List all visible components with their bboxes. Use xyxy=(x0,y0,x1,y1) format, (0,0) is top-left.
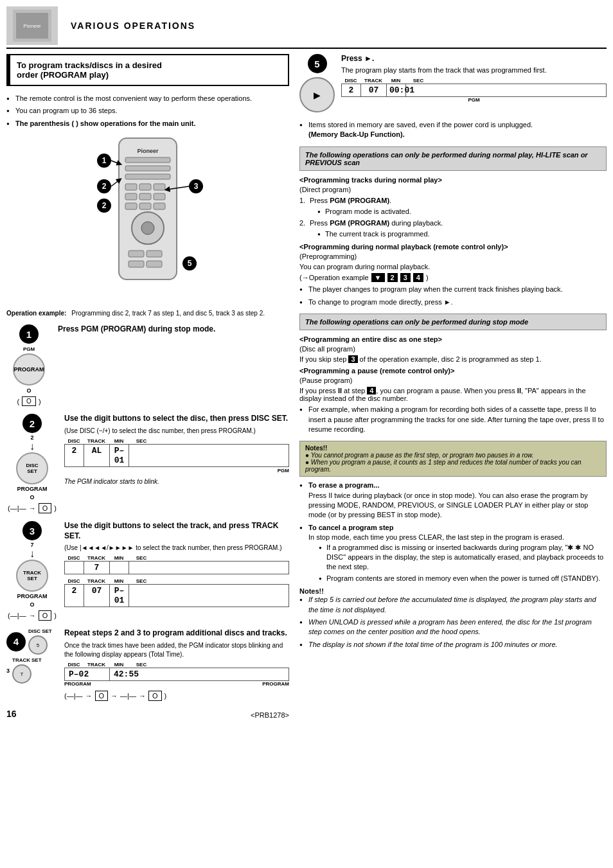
step-4-heading: Repeat steps 2 and 3 to program addition… xyxy=(64,628,289,639)
memory-function: (Memory Back-Up Function). xyxy=(308,130,405,138)
operation-example-label: Operation example: xyxy=(6,310,66,317)
step-2-heading: Use the digit buttons to select the disc… xyxy=(64,414,289,424)
page: Pioneer VARIOUS OPERATIONS To program tr… xyxy=(0,0,613,868)
step-4-number: 4 xyxy=(6,632,26,651)
notes-item-1: ● You cannot program a pause as the firs… xyxy=(305,452,601,459)
pause-program-heading: <Programming a pause (remote control onl… xyxy=(299,367,607,375)
step-4-top-row: 4 DISC SET 5 xyxy=(6,628,52,655)
notes-title-1: Notes!! xyxy=(305,445,601,452)
step-4-bottom-row: 3 TRACK SET T xyxy=(6,657,42,684)
svg-rect-8 xyxy=(125,184,137,190)
step-4-disc-btn[interactable]: 5 xyxy=(28,635,48,655)
step-5-heading: Press ►. xyxy=(341,54,607,63)
right-column: 5 ▶ Press ►. The program play starts fro… xyxy=(299,54,607,862)
step-4-content: Repeat steps 2 and 3 to program addition… xyxy=(64,628,289,701)
step-1-button[interactable]: PROGRAM xyxy=(13,353,45,385)
preprogramming-intro: You can program during normal playback. xyxy=(299,263,607,270)
preprogramming-bullet-2: To change to program mode directly, pres… xyxy=(299,297,607,307)
disc-all-subheading: (Disc all program) xyxy=(299,345,607,353)
notes-footer-item-2: When UNLOAD is pressed while a program h… xyxy=(299,617,607,637)
svg-rect-22 xyxy=(147,261,162,267)
step-4-pgm-labels: PROGRAMPROGRAM xyxy=(64,681,289,687)
pause-program-bullet-1: For example, when making a program for r… xyxy=(299,405,607,434)
svg-text:2: 2 xyxy=(102,201,107,210)
step-2-block: 2 2 ↓ DISCSET PROGRAM O (—|—→O) Use the … xyxy=(6,414,289,513)
step-1-pgm-label: PGM xyxy=(23,346,35,352)
step-2-content: Use the digit buttons to select the disc… xyxy=(64,414,289,489)
memory-note: Items stored in memory are saved, even i… xyxy=(299,120,607,140)
step-3-arrow: ↓ xyxy=(30,548,35,560)
svg-rect-13 xyxy=(154,193,165,200)
svg-rect-6 xyxy=(125,166,170,171)
direct-program-steps: 1.Press PGM (PROGRAM). Program mode is a… xyxy=(299,196,607,240)
preprogramming-subheading: (Preprogramming) xyxy=(299,252,607,260)
step-2-paren: (—|—→O) xyxy=(8,503,57,513)
step-4-detail: Once the track times have been added, th… xyxy=(64,641,289,659)
step-4-track-btn[interactable]: T xyxy=(12,664,31,684)
step-1-paren-btn: O xyxy=(22,396,36,406)
cancel-bullet-1: If a programmed disc is missing or inser… xyxy=(308,543,607,572)
svg-rect-5 xyxy=(125,157,170,163)
pause-program-bullets: For example, when making a program for r… xyxy=(299,405,607,434)
step-3-track-set-btn[interactable]: TRACKSET xyxy=(16,560,48,592)
step-5-content: Press ►. The program play starts from th… xyxy=(341,54,607,107)
preprogramming-section: <Programming during normal playback (rem… xyxy=(299,243,607,307)
svg-rect-20 xyxy=(147,251,162,257)
svg-text:3: 3 xyxy=(194,182,199,191)
step-2-pgm: PGM xyxy=(64,468,289,474)
svg-rect-19 xyxy=(129,251,144,257)
badge-v: ▼ xyxy=(371,273,385,282)
intro-bullets: The remote control is the most convenien… xyxy=(6,94,289,128)
svg-rect-14 xyxy=(125,203,137,209)
step-5-area: 5 ▶ Press ►. The program play starts fro… xyxy=(299,54,607,112)
header-title: VARIOUS OPERATIONS xyxy=(71,21,195,31)
step-1-block: 1 PGM PROGRAM O ( O ) Press PGM (PRO xyxy=(6,324,289,406)
disc-all-section: <Programming an entire disc as one step>… xyxy=(299,335,607,363)
notes-footer-list: If step 5 is carried out before the accu… xyxy=(299,595,607,650)
step-2-blink-note: The PGM indicator starts to blink. xyxy=(64,477,289,486)
step-3-heading: Use the digit buttons to select the trac… xyxy=(64,521,289,541)
operation-example-text: Programming disc 2, track 7 as step 1, a… xyxy=(71,310,265,317)
direct-program-heading: <Programming tracks during normal play> xyxy=(299,176,607,184)
step-3-paren: (—|—→O) xyxy=(8,610,57,621)
step-5-play-btn[interactable]: ▶ xyxy=(299,77,335,112)
cancel-bullet-2: Program contents are stored in memory ev… xyxy=(308,574,607,583)
operation-example: Operation example: Programming disc 2, t… xyxy=(6,310,289,317)
step-3-display2: DISCTRACKMINSEC 207P–01 xyxy=(64,578,289,607)
step-4-disc-label: DISC xyxy=(28,628,40,634)
step-3-sub-icon: O xyxy=(30,601,34,608)
product-code: <PRB1278> xyxy=(251,711,289,719)
step-5-number: 5 xyxy=(308,54,327,73)
step-2-down-arrow: ↓ xyxy=(30,441,35,452)
main-content: To program tracks/discs in a desired ord… xyxy=(6,54,607,862)
step-1-number: 1 xyxy=(19,324,39,344)
step-2-detail: (Use DISC (−/+) to select the disc numbe… xyxy=(64,427,289,436)
step-2-display: DISCTRACKMINSEC 2ALP–01 PGM xyxy=(64,438,289,474)
bullet-2: You can program up to 36 steps. xyxy=(6,106,289,116)
step-2-display-cols: DISCTRACKMINSEC xyxy=(64,438,289,444)
step-5-pgm: PGM xyxy=(341,97,607,103)
direct-step-1: 1.Press PGM (PROGRAM). xyxy=(299,196,607,206)
step-5-description: The program play starts from the track t… xyxy=(341,66,607,75)
svg-rect-7 xyxy=(125,174,170,179)
cancel-step-item: To cancel a program step In stop mode, e… xyxy=(299,523,607,583)
step-4-track-label: TRACK xyxy=(12,657,30,663)
bullet-1: The remote control is the most convenien… xyxy=(6,94,289,103)
highlight-box-2: The following operations can only be per… xyxy=(299,314,607,330)
bullet-3: The parenthesis ( ) show operations for … xyxy=(6,119,289,128)
direct-program-subheading: (Direct program) xyxy=(299,186,607,193)
step-2-program-label: PROGRAM xyxy=(17,486,48,492)
step-2-disc-set-btn[interactable]: DISCSET xyxy=(16,452,48,484)
disc-all-text: If you skip step 3 of the operation exam… xyxy=(299,355,607,363)
badge-2: 2 xyxy=(387,273,398,282)
step-2-display-vals: 2ALP–01 xyxy=(64,444,289,467)
step-3-display1: DISCTRACKMINSEC 7 xyxy=(64,555,289,574)
notes-item-2: ● When you program a pause, it counts as… xyxy=(305,459,601,473)
step-4-paren: (—|— → O → —|— → O ) xyxy=(64,691,289,701)
step-2-number: 2 xyxy=(22,414,42,433)
step-1-content: Press PGM (PROGRAM) during stop mode. xyxy=(58,324,289,337)
svg-text:Pioneer: Pioneer xyxy=(23,23,41,29)
erase-program-item: To erase a program... Press II twice dur… xyxy=(299,481,607,520)
svg-rect-21 xyxy=(129,261,144,267)
svg-text:1: 1 xyxy=(102,156,107,165)
